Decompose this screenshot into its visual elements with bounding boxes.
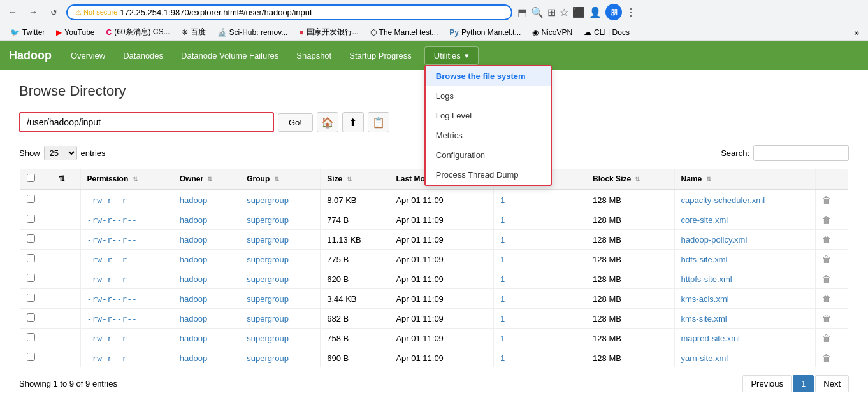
select-all-checkbox[interactable] (27, 174, 35, 182)
owner-link-7[interactable]: hadoop (180, 334, 207, 343)
bookmark-twitter[interactable]: 🐦 Twitter (5, 27, 50, 38)
delete-button-4[interactable]: 🗑 (822, 274, 831, 284)
permission-link-8[interactable]: -rw-r--r-- (87, 353, 137, 363)
more-bookmarks-button[interactable]: » (850, 26, 863, 39)
permission-link-3[interactable]: -rw-r--r-- (87, 255, 137, 264)
replication-link-8[interactable]: 1 (500, 353, 505, 363)
bookmark-cs[interactable]: C (60条消息) CS... (101, 25, 175, 39)
permission-link-2[interactable]: -rw-r--r-- (87, 235, 137, 245)
permission-link-7[interactable]: -rw-r--r-- (87, 334, 137, 343)
owner-link-8[interactable]: hadoop (180, 353, 207, 363)
owner-link-4[interactable]: hadoop (180, 274, 207, 284)
bookmark-cli[interactable]: ☁ CLI | Docs (579, 27, 635, 38)
name-link-1[interactable]: core-site.xml (681, 215, 728, 225)
dropdown-item-metrics[interactable]: Metrics (426, 125, 551, 145)
nav-overview[interactable]: Overview (62, 43, 114, 68)
col-sort[interactable]: ⇅ (52, 168, 80, 190)
row-select-8[interactable] (27, 353, 35, 361)
replication-link-1[interactable]: 1 (500, 215, 505, 225)
row-select-1[interactable] (27, 215, 35, 223)
row-select-4[interactable] (27, 274, 35, 282)
bookmark-youtube[interactable]: ▶ YouTube (51, 27, 99, 38)
entries-select[interactable]: 25 10 50 100 (44, 146, 77, 160)
reload-button[interactable]: ↺ (46, 4, 61, 20)
owner-link-6[interactable]: hadoop (180, 314, 207, 323)
permission-link-0[interactable]: -rw-r--r-- (87, 195, 137, 205)
profile-icon[interactable]: 👤 (589, 6, 602, 18)
page-1-button[interactable]: 1 (793, 375, 814, 392)
nav-snapshot[interactable]: Snapshot (287, 43, 340, 68)
delete-button-8[interactable]: 🗑 (822, 353, 831, 363)
search-input[interactable] (753, 145, 849, 161)
col-block-size[interactable]: Block Size ⇅ (586, 168, 674, 190)
bookmark-icon[interactable]: ☆ (560, 6, 568, 18)
group-link-1[interactable]: supergroup (247, 215, 289, 225)
bookmark-python-mantel[interactable]: Py Python Mantel.t... (444, 27, 526, 38)
owner-link-3[interactable]: hadoop (180, 255, 207, 264)
col-owner[interactable]: Owner ⇅ (173, 168, 240, 190)
row-select-2[interactable] (27, 234, 35, 243)
permission-link-6[interactable]: -rw-r--r-- (87, 314, 137, 323)
replication-link-7[interactable]: 1 (500, 334, 505, 343)
delete-button-2[interactable]: 🗑 (822, 234, 831, 245)
group-link-4[interactable]: supergroup (247, 274, 289, 284)
delete-button-5[interactable]: 🗑 (822, 294, 831, 304)
nav-startup-progress[interactable]: Startup Progress (340, 43, 421, 68)
nav-datanode-volume-failures[interactable]: Datanode Volume Failures (172, 43, 287, 68)
home-button[interactable]: 🏠 (317, 112, 338, 132)
name-link-6[interactable]: kms-site.xml (681, 314, 727, 323)
group-link-8[interactable]: supergroup (247, 353, 289, 363)
permission-link-5[interactable]: -rw-r--r-- (87, 294, 137, 304)
utilities-dropdown-button[interactable]: Utilities ▾ (424, 46, 479, 65)
avatar[interactable]: 朋 (605, 4, 622, 20)
previous-button[interactable]: Previous (742, 375, 792, 392)
delete-button-7[interactable]: 🗑 (822, 333, 831, 343)
back-button[interactable]: ← (5, 4, 20, 20)
replication-link-4[interactable]: 1 (500, 274, 505, 284)
url-input[interactable] (120, 8, 503, 17)
col-permission[interactable]: Permission ⇅ (80, 168, 173, 190)
permission-link-4[interactable]: -rw-r--r-- (87, 274, 137, 284)
group-link-5[interactable]: supergroup (247, 294, 289, 304)
forward-button[interactable]: → (25, 4, 41, 20)
col-name[interactable]: Name ⇅ (674, 168, 815, 190)
up-button[interactable]: ⬆ (342, 112, 364, 132)
search-icon[interactable]: 🔍 (531, 6, 544, 18)
replication-link-2[interactable]: 1 (500, 235, 505, 245)
address-bar[interactable]: ⚠ Not secure (66, 4, 512, 20)
group-link-6[interactable]: supergroup (247, 314, 289, 323)
delete-button-1[interactable]: 🗑 (822, 215, 831, 225)
owner-link-1[interactable]: hadoop (180, 215, 207, 225)
replication-link-3[interactable]: 1 (500, 255, 505, 264)
extension-icon[interactable]: ⬛ (572, 6, 585, 18)
dropdown-item-logs[interactable]: Logs (426, 86, 551, 106)
nav-datanodes[interactable]: Datanodes (114, 43, 172, 68)
bookmark-mantel[interactable]: ⬡ The Mantel test... (365, 27, 444, 38)
path-input[interactable] (19, 112, 274, 132)
group-link-2[interactable]: supergroup (247, 235, 289, 245)
name-link-7[interactable]: mapred-site.xml (681, 334, 740, 343)
bookmark-nicovpn[interactable]: ◉ NicoVPN (527, 27, 577, 38)
next-button[interactable]: Next (815, 375, 849, 392)
name-link-3[interactable]: hdfs-site.xml (681, 255, 728, 264)
row-select-7[interactable] (27, 333, 35, 341)
copy-button[interactable]: 📋 (368, 112, 389, 132)
row-select-6[interactable] (27, 313, 35, 322)
delete-button-6[interactable]: 🗑 (822, 313, 831, 323)
name-link-5[interactable]: kms-acls.xml (681, 294, 729, 304)
menu-icon[interactable]: ⋮ (626, 6, 636, 18)
reader-icon[interactable]: ⊞ (547, 6, 556, 18)
name-link-2[interactable]: hadoop-policy.xml (681, 235, 748, 245)
bookmark-scihub[interactable]: 🔬 Sci-Hub: remov... (212, 27, 293, 38)
col-group[interactable]: Group ⇅ (240, 168, 321, 190)
permission-link-1[interactable]: -rw-r--r-- (87, 215, 137, 225)
group-link-0[interactable]: supergroup (247, 195, 289, 205)
col-size[interactable]: Size ⇅ (321, 168, 389, 190)
group-link-7[interactable]: supergroup (247, 334, 289, 343)
dropdown-item-browse[interactable]: Browse the file system (426, 66, 551, 86)
row-select-5[interactable] (27, 294, 35, 302)
owner-link-0[interactable]: hadoop (180, 195, 207, 205)
row-select-0[interactable] (27, 195, 35, 203)
group-link-3[interactable]: supergroup (247, 255, 289, 264)
dropdown-item-configuration[interactable]: Configuration (426, 145, 551, 165)
